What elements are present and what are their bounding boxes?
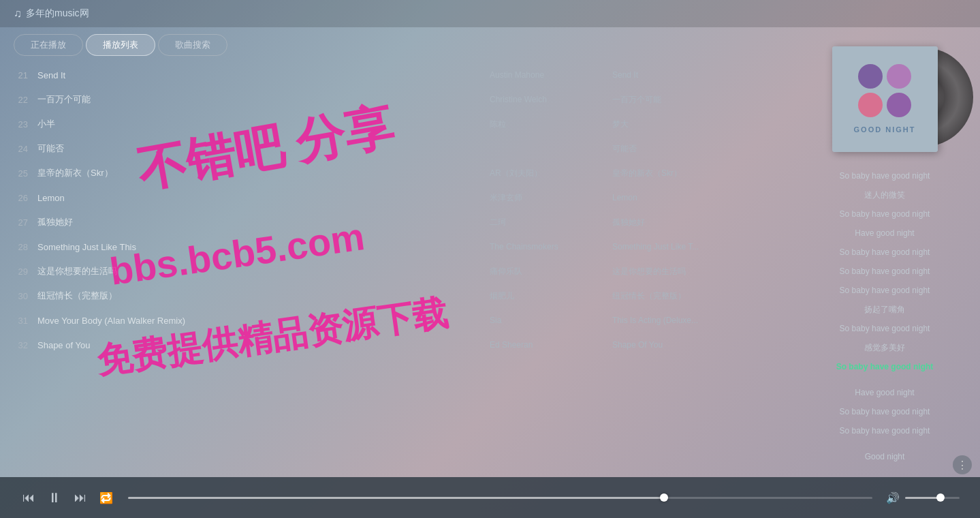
track-name: 孤独她好 [37,216,490,228]
track-number: 31 [14,316,37,326]
track-name: 可能否 [37,142,490,155]
track-panel: 正在播放 播放列表 歌曲搜索 21 Send It Austin Mahone … [0,27,789,477]
album-circles [858,64,911,117]
next-button[interactable]: ⏭ [72,489,89,506]
track-name: Send It [37,70,490,80]
track-name: 一百万个可能 [37,93,490,106]
volume-bar[interactable] [905,497,960,499]
track-name: 这是你想要的生活吗 [37,265,490,277]
lyrics-panel: So baby have good night迷人的微笑So baby have… [789,164,980,470]
lyric-line: 迷人的微笑 [800,185,969,204]
lyric-line: Good night [800,447,969,466]
lyric-line: 扬起了嘴角 [800,300,969,319]
track-number: 23 [14,119,37,130]
lyric-line: So baby have good night [800,421,969,440]
table-row[interactable]: 28 Something Just Like This The Chainsmo… [7,234,783,259]
lyric-line [800,440,969,447]
lyric-line: So baby have good night [800,402,969,421]
track-album: 这是你想要的生活吗 [612,266,776,277]
track-list: 21 Send It Austin Mahone Send It 22 一百万个… [0,63,789,357]
music-note-icon: ♫ [14,7,22,20]
progress-thumb [660,493,668,502]
right-panel: GOOD NIGHT So baby have good night迷人的微笑S… [789,27,980,477]
track-artist: Ed Sheeran [490,340,612,350]
track-name: Move Your Body (Alan Walker Remix) [37,316,490,326]
track-number: 29 [14,266,37,277]
track-artist: 痛仰乐队 [490,266,612,277]
app-title: ♫ 多年的music网 [14,7,89,20]
album-cover: GOOD NIGHT [832,46,938,152]
volume-container: 🔊 [886,491,960,504]
lyric-line: Have good night [800,224,969,243]
track-artist: 二珂 [490,217,612,228]
album-title-text: GOOD NIGHT [854,125,916,134]
lyric-line: 感觉多美好 [800,338,969,357]
top-bar: ♫ 多年的music网 [0,0,980,27]
circle-4 [887,93,911,117]
track-number: 28 [14,242,37,252]
track-album: Send It [612,70,776,80]
table-row[interactable]: 22 一百万个可能 Christine Welch 一百万个可能 [7,87,783,112]
track-name: Shape of You [37,340,490,350]
player-bar: ⏮ ⏸ ⏭ 🔁 🔊 [0,477,980,518]
volume-thumb [936,493,945,502]
track-album: 纽冠情长（完整版） [612,290,776,302]
table-row[interactable]: 26 Lemon 米津玄师 Lemon [7,185,783,210]
track-artist: 陈粒 [490,119,612,130]
player-controls: ⏮ ⏸ ⏭ 🔁 [20,489,114,506]
lyric-line: So baby have good night [800,319,969,338]
track-album: Lemon [612,193,776,202]
track-name: Something Just Like This [37,242,490,252]
tab-search[interactable]: 歌曲搜索 [158,34,227,56]
track-artist: 烟肥儿 [490,290,612,302]
progress-bar[interactable] [128,497,872,499]
track-artist: Christine Welch [490,95,612,104]
track-album: Something Just Like T... [612,242,776,252]
track-name: 纽冠情长（完整版） [37,290,490,302]
table-row[interactable]: 31 Move Your Body (Alan Walker Remix) Si… [7,308,783,333]
table-row[interactable]: 27 孤独她好 二珂 孤独她好 [7,210,783,234]
table-row[interactable]: 25 皇帝的新衣（Skr） AR（刘夫阳） 皇帝的新衣（Skr） [7,161,783,185]
track-artist: Sia [490,316,612,325]
progress-fill [128,497,664,499]
lyric-line: So baby have good night [800,166,969,185]
album-art-container: GOOD NIGHT [789,34,980,164]
lyric-line: So baby have good night [800,281,969,300]
track-album: 皇帝的新衣（Skr） [612,168,776,179]
volume-icon: 🔊 [886,491,900,504]
tab-playlist[interactable]: 播放列表 [86,34,155,56]
table-row[interactable]: 30 纽冠情长（完整版） 烟肥儿 纽冠情长（完整版） [7,284,783,308]
track-artist: Austin Mahone [490,70,612,80]
pause-button[interactable]: ⏸ [46,489,63,506]
progress-container [128,497,872,499]
table-row[interactable]: 24 可能否 可能否 [7,136,783,161]
track-album: 一百万个可能 [612,94,776,106]
track-number: 32 [14,340,37,350]
lyric-line [800,376,969,383]
prev-button[interactable]: ⏮ [20,489,37,506]
circle-1 [858,64,883,89]
lyric-line: So baby have good night [800,357,969,376]
more-button[interactable]: ⋮ [953,455,972,474]
track-album: 孤独她好 [612,217,776,228]
track-artist: The Chainsmokers [490,242,612,252]
circle-2 [887,64,911,89]
track-number: 21 [14,70,37,80]
lyric-line: Have good night [800,383,969,402]
track-number: 30 [14,291,37,301]
table-row[interactable]: 23 小半 陈粒 梦大 [7,112,783,136]
track-artist: 米津玄师 [490,192,612,204]
table-row[interactable]: 32 Shape of You Ed Sheeran Shape Of You [7,333,783,357]
table-row[interactable]: 21 Send It Austin Mahone Send It [7,63,783,87]
track-number: 22 [14,95,37,105]
track-album: 梦大 [612,119,776,130]
track-album: This Is Acting (Deluxe... [612,316,776,325]
track-number: 26 [14,193,37,203]
lyric-line: So baby have good night [800,204,969,224]
tab-playing[interactable]: 正在播放 [14,34,83,56]
track-album: Shape Of You [612,340,776,350]
repeat-button[interactable]: 🔁 [98,489,114,506]
lyric-line: So baby have good night [800,262,969,281]
album-inner: GOOD NIGHT [832,46,938,152]
table-row[interactable]: 29 这是你想要的生活吗 痛仰乐队 这是你想要的生活吗 [7,259,783,284]
